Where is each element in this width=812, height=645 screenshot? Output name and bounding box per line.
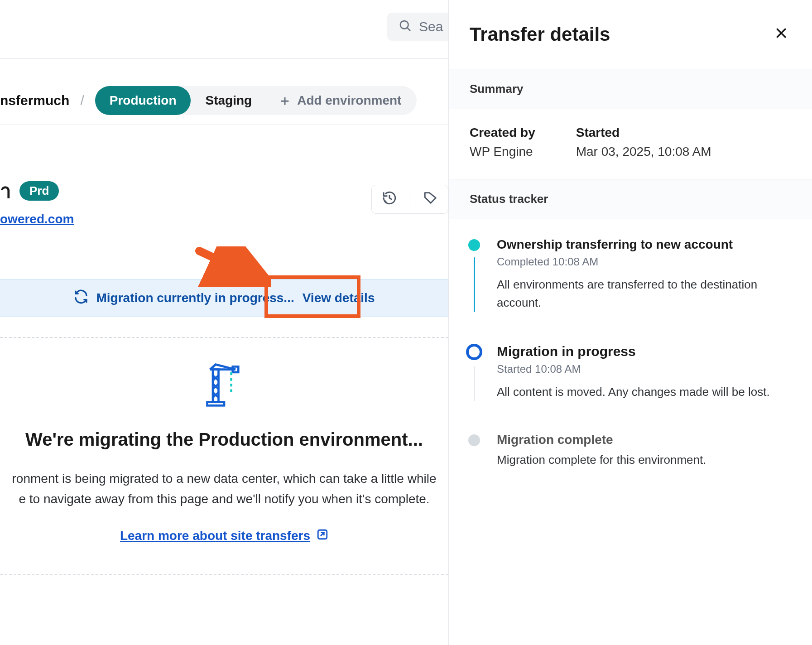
env-action-toolbar: + (371, 185, 448, 214)
svg-rect-13 (207, 402, 225, 406)
tag-icon[interactable] (423, 190, 438, 208)
svg-line-1 (408, 28, 410, 30)
close-icon (774, 26, 788, 43)
breadcrumb-site[interactable]: nsfermuch (0, 93, 69, 108)
step-connector (474, 257, 475, 312)
svg-text:+: + (384, 198, 387, 205)
toolbar-divider (410, 191, 410, 207)
panel-header: Transfer details (449, 0, 812, 69)
breadcrumb-row: nsfermuch / Production Staging ＋ Add env… (0, 76, 448, 125)
prd-badge: Prd (19, 181, 59, 201)
svg-line-5 (199, 251, 262, 280)
status-tracker: Ownership transferring to new account Co… (449, 219, 812, 487)
status-tracker-label: Status tracker (449, 179, 812, 219)
started-label: Started (576, 125, 711, 140)
search-placeholder: Sea (419, 19, 443, 34)
tracker-step-complete: Ownership transferring to new account Co… (465, 237, 791, 344)
crane-icon (0, 362, 448, 408)
step-title: Ownership transferring to new account (497, 237, 791, 252)
step-dot-active-icon (466, 344, 482, 360)
env-tab-staging[interactable]: Staging (191, 86, 266, 115)
created-by-label: Created by (470, 125, 535, 140)
tracker-step-pending: Migration complete Migration complete fo… (465, 433, 791, 469)
step-substatus: Completed 10:08 AM (497, 255, 791, 268)
migration-body-line2: e to navigate away from this page and we… (19, 492, 429, 506)
started-value: Mar 03, 2025, 10:08 AM (576, 144, 711, 159)
step-title: Migration complete (497, 433, 791, 447)
migration-card-title: We're migrating the Production environme… (0, 429, 448, 450)
migration-info-card: We're migrating the Production environme… (0, 337, 448, 544)
summary-section-label: Summary (449, 69, 812, 109)
summary-created-by: Created by WP Engine (470, 125, 535, 159)
add-env-label: Add environment (297, 93, 401, 108)
created-by-value: WP Engine (470, 144, 535, 159)
step-desc: All content is moved. Any changes made w… (497, 383, 791, 401)
learn-more-link[interactable]: Learn more about site transfers (120, 529, 328, 544)
migration-body-line1: ronment is being migrated to a new data … (12, 472, 437, 486)
learn-more-label: Learn more about site transfers (120, 529, 310, 543)
external-link-icon (317, 529, 328, 544)
view-details-link[interactable]: View details (303, 291, 375, 305)
add-environment-button[interactable]: ＋ Add environment (264, 86, 415, 115)
plus-icon: ＋ (278, 94, 292, 107)
migration-banner-text: Migration currently in progress... (96, 291, 294, 305)
summary-body: Created by WP Engine Started Mar 03, 202… (449, 109, 812, 179)
step-dot-complete-icon (468, 239, 480, 251)
step-dot-pending-icon (468, 434, 480, 446)
top-bar: Sea (0, 0, 448, 59)
annotation-arrow-icon (194, 246, 271, 290)
search-icon (398, 19, 412, 35)
step-substatus: Started 10:08 AM (497, 363, 791, 375)
env-heading: า Prd (0, 175, 59, 207)
summary-started: Started Mar 03, 2025, 10:08 AM (576, 125, 711, 159)
tracker-step-active: Migration in progress Started 10:08 AM A… (465, 344, 791, 433)
transfer-details-panel: Transfer details Summary Created by WP E… (448, 0, 812, 645)
env-tab-production[interactable]: Production (95, 86, 191, 115)
close-button[interactable] (771, 24, 791, 44)
step-connector (474, 366, 475, 401)
dashed-separator-bottom (0, 574, 448, 575)
refresh-icon (74, 289, 88, 307)
env-domain-link[interactable]: owered.com (0, 212, 74, 226)
step-desc: All environments are transferred to the … (497, 275, 791, 312)
env-name-fragment: า (0, 175, 11, 207)
env-pill-group: Production Staging ＋ Add environment (95, 86, 417, 115)
svg-line-3 (389, 198, 391, 199)
panel-title: Transfer details (470, 24, 610, 45)
migration-card-body: ronment is being migrated to a new data … (0, 469, 448, 510)
step-desc: Migration complete for this environment. (497, 451, 791, 469)
step-title: Migration in progress (497, 344, 791, 359)
history-icon[interactable]: + (382, 190, 397, 208)
breadcrumb-separator: / (80, 93, 84, 108)
